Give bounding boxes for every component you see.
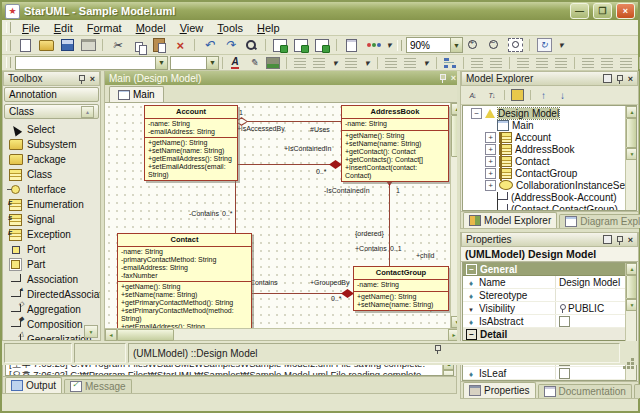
bring-to-front-button[interactable]	[468, 56, 486, 69]
uml-class-contact[interactable]: Contact -name: String-primaryContactMeth…	[117, 233, 252, 328]
menu-item[interactable]: Tools	[210, 22, 250, 34]
association-iscontainedin-line[interactable]	[236, 164, 341, 165]
toolbar-grip[interactable]	[6, 40, 11, 51]
resize-grip[interactable]	[622, 343, 636, 363]
enumeration-tool[interactable]: Enumeration	[3, 197, 100, 212]
chevron-down-icon[interactable]: ▼	[155, 57, 167, 69]
refresh-button[interactable]	[534, 37, 554, 53]
menu-item[interactable]: File	[15, 22, 47, 34]
checkbox[interactable]	[559, 368, 570, 379]
property-row[interactable]: Detail	[463, 328, 625, 341]
scrollbar-thumb[interactable]	[626, 275, 637, 299]
dropdown-button[interactable]	[555, 37, 567, 53]
toolbar-grip[interactable]	[397, 40, 402, 51]
print-button[interactable]	[78, 37, 98, 53]
toolbar-grip[interactable]	[6, 57, 11, 68]
scroll-down-icon[interactable]: ▼	[626, 148, 637, 160]
same-size-button[interactable]	[617, 56, 635, 69]
restore-icon[interactable]	[603, 74, 612, 83]
aggregation-tool[interactable]: Aggregation	[3, 302, 100, 317]
documentation-tab[interactable]: Documentation	[538, 384, 632, 398]
pin-icon[interactable]	[78, 74, 86, 84]
move-up-button[interactable]	[535, 89, 552, 102]
filter-button[interactable]	[509, 89, 526, 102]
interface-tool[interactable]: Interface	[3, 182, 100, 197]
save-button[interactable]	[57, 37, 77, 53]
undo-button[interactable]	[199, 37, 219, 53]
pen-button[interactable]	[245, 56, 263, 69]
chevron-down-icon[interactable]: ▼	[450, 38, 462, 52]
property-row[interactable]: IsLeaf	[463, 367, 625, 380]
pin-icon[interactable]	[434, 344, 442, 354]
scroll-up-icon[interactable]: ▲	[626, 106, 637, 118]
tree-item[interactable]: (Contact-ContactGroup)	[463, 203, 625, 210]
tree-scrollbar[interactable]: ▲ ▼	[625, 106, 636, 210]
close-icon[interactable]: ×	[90, 75, 95, 83]
dropdown-button[interactable]	[361, 56, 373, 69]
horizontal-scrollbar[interactable]: ◄ ►	[105, 328, 460, 340]
property-row[interactable]: IsAbstract	[463, 315, 625, 328]
chevron-down-icon[interactable]: ▼	[206, 57, 218, 69]
fill-color-button[interactable]	[264, 56, 282, 69]
tree-item[interactable]: (AddressBook-Account)	[463, 191, 625, 203]
association-uses-line[interactable]	[236, 121, 341, 122]
subsystem-tool[interactable]: Subsystem	[3, 137, 100, 152]
property-row[interactable]: Visibility PUBLIC	[463, 302, 625, 315]
zoom-area-button[interactable]	[505, 37, 525, 53]
association-groupedby-line[interactable]	[250, 293, 353, 294]
close-button[interactable]: ×	[616, 3, 635, 19]
property-row[interactable]: Stereotype	[463, 289, 625, 302]
dropdown-button[interactable]	[383, 37, 395, 53]
scrollbar-thumb[interactable]	[117, 329, 174, 341]
expander-icon[interactable]	[485, 180, 496, 191]
section-collapse-icon[interactable]	[466, 264, 477, 275]
minimize-button[interactable]: —	[570, 3, 589, 19]
align-top-button[interactable]	[552, 56, 570, 69]
dropdown-button[interactable]	[420, 56, 432, 69]
exception-tool[interactable]: Exception	[3, 227, 100, 242]
menu-item[interactable]: Help	[250, 22, 287, 34]
model-explorer-tab[interactable]: Model Explorer	[463, 212, 557, 228]
section-collapse-icon[interactable]	[466, 329, 477, 340]
property-row[interactable]: General	[463, 263, 625, 276]
diagram-explorer-tab[interactable]: Diagram Explorer	[559, 214, 640, 228]
scrollbar-thumb[interactable]	[626, 118, 637, 148]
port-tool[interactable]: Port	[3, 242, 100, 257]
expander-icon[interactable]	[485, 144, 496, 155]
shape-style-button[interactable]	[342, 56, 360, 69]
property-value-cell[interactable]	[555, 367, 625, 379]
tree-item[interactable]: Account	[463, 131, 625, 143]
diagram-tab-main[interactable]: Main	[109, 86, 164, 102]
zoom-out-button[interactable]	[484, 37, 504, 53]
expander-icon[interactable]	[485, 132, 496, 143]
find-in-editor-button[interactable]	[312, 37, 332, 53]
class-tool[interactable]: Class	[3, 167, 100, 182]
part-tool[interactable]: Part	[3, 257, 100, 272]
diagram-canvas[interactable]: 1 +isAccessedBy #Uses +IsContainedIn 0..…	[105, 103, 450, 328]
tree-item[interactable]: AddressBook	[463, 143, 625, 155]
restore-icon[interactable]	[603, 235, 612, 244]
tree-item[interactable]: CollaborationInstanceSet1	[463, 179, 625, 191]
property-value-cell[interactable]	[555, 289, 625, 301]
toolbox-section-class[interactable]: Class ▲	[4, 104, 99, 119]
dropdown-button[interactable]	[329, 56, 341, 69]
property-value-cell[interactable]	[555, 315, 625, 327]
document-button[interactable]	[341, 37, 361, 53]
line-style-button[interactable]	[382, 56, 400, 69]
find-button[interactable]	[241, 37, 261, 53]
pin-icon[interactable]	[616, 235, 624, 245]
options-button[interactable]	[362, 37, 382, 53]
close-icon[interactable]: ×	[451, 74, 456, 82]
properties-tab[interactable]: Properties	[463, 382, 536, 398]
directed-association-tool[interactable]: DirectedAssociation	[3, 287, 100, 302]
open-button[interactable]	[36, 37, 56, 53]
delete-button[interactable]	[170, 37, 190, 53]
signal-tool[interactable]: Signal	[3, 212, 100, 227]
property-row[interactable]: Name Design Model	[463, 276, 625, 289]
cursor-tool[interactable]: Select	[3, 122, 100, 137]
checkbox[interactable]	[559, 316, 570, 327]
font-size-combo[interactable]: ▼	[170, 56, 219, 70]
association-contains-line[interactable]	[235, 175, 236, 233]
expander-icon[interactable]	[485, 156, 496, 167]
expander-icon[interactable]	[471, 108, 482, 119]
